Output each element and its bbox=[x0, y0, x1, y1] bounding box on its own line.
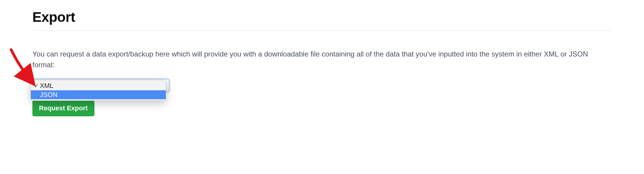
request-export-button[interactable]: Request Export bbox=[32, 100, 94, 116]
format-option-json[interactable]: JSON bbox=[31, 90, 166, 99]
format-option-label: JSON bbox=[39, 91, 58, 99]
export-description: You can request a data export/backup her… bbox=[32, 49, 612, 70]
check-icon: ✓ bbox=[33, 83, 39, 89]
page-title: Export bbox=[32, 9, 612, 25]
format-option-label: XML bbox=[39, 82, 53, 90]
format-dropdown: ✓ XML JSON bbox=[31, 80, 166, 101]
format-option-xml[interactable]: ✓ XML bbox=[31, 81, 166, 90]
section-divider bbox=[32, 30, 612, 31]
